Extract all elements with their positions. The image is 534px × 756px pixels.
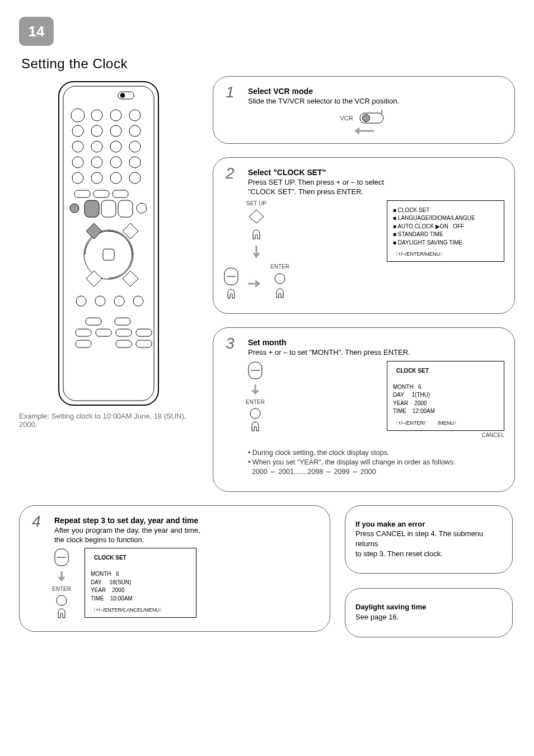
plusminus-button-icon — [247, 361, 263, 381]
step-heading: Select "CLOCK SET" — [248, 168, 504, 177]
osd-screen: CLOCK SET MONTH 6 DAY 18(SUN) YEAR 2000 … — [85, 548, 196, 618]
enter-button-icon — [273, 272, 287, 304]
plusminus-button-icon — [223, 267, 239, 300]
svg-point-6 — [110, 110, 121, 121]
enter-label: ENTER — [270, 264, 289, 270]
svg-rect-24 — [74, 190, 90, 198]
svg-point-8 — [72, 125, 83, 137]
setup-label: SET UP — [246, 200, 266, 206]
step-1: 1 Select VCR mode Slide the TV/VCR selec… — [213, 76, 515, 144]
svg-rect-42 — [116, 329, 132, 336]
note-daylight: Daylight saving time See page 16. — [345, 588, 513, 637]
svg-point-4 — [71, 109, 85, 122]
setup-button-icon — [247, 209, 266, 241]
svg-rect-44 — [76, 340, 91, 348]
cancel-label: CANCEL — [387, 432, 504, 438]
plusminus-button-icon — [54, 548, 69, 568]
svg-point-11 — [129, 125, 140, 137]
svg-rect-40 — [76, 329, 91, 336]
svg-point-13 — [91, 141, 102, 152]
note-text: See page 16. — [355, 613, 399, 621]
svg-point-19 — [129, 157, 140, 168]
svg-rect-33 — [103, 249, 114, 260]
svg-rect-29 — [101, 200, 116, 217]
svg-rect-38 — [86, 318, 101, 325]
step-text: Press SET UP. Then press + or – to selec… — [248, 178, 502, 197]
svg-point-18 — [110, 157, 121, 168]
note-heading: If you make an error — [355, 520, 425, 528]
svg-rect-45 — [116, 340, 132, 348]
note-text: Press CANCEL in step 4. The submenu retu… — [355, 529, 483, 557]
step-3: 3 Set month Press + or – to set "MONTH".… — [213, 327, 515, 492]
svg-point-5 — [91, 110, 102, 121]
svg-point-36 — [114, 296, 124, 306]
arrow-down-icon — [251, 383, 259, 397]
svg-point-55 — [250, 408, 260, 419]
svg-point-9 — [91, 125, 102, 137]
svg-rect-28 — [85, 200, 99, 217]
svg-rect-39 — [115, 318, 130, 325]
step-4: 4 Repeat step 3 to set day, year and tim… — [19, 505, 330, 632]
arrow-down-icon — [252, 245, 260, 260]
switch-label: VCR — [340, 115, 353, 121]
svg-point-22 — [110, 172, 121, 184]
enter-label: ENTER — [246, 399, 265, 405]
svg-point-7 — [129, 110, 140, 121]
svg-point-12 — [72, 141, 83, 152]
svg-point-52 — [275, 274, 285, 284]
svg-point-35 — [95, 296, 105, 306]
step-2: 2 Select "CLOCK SET" Press SET UP. Then … — [213, 157, 515, 314]
svg-point-20 — [72, 172, 83, 184]
example-caption: Example: Setting clock to 10:00AM June, … — [19, 412, 198, 429]
svg-rect-46 — [136, 340, 152, 348]
svg-point-3 — [120, 93, 125, 98]
enter-label: ENTER — [52, 586, 71, 592]
page-title: Setting the Clock — [21, 56, 515, 72]
step-heading: Select VCR mode — [248, 87, 504, 96]
step-text: After you program the day, the year and … — [54, 526, 317, 545]
svg-point-37 — [133, 296, 143, 306]
svg-point-14 — [110, 141, 121, 152]
note-error: If you make an error Press CANCEL in ste… — [345, 505, 513, 574]
step-number: 4 — [32, 513, 41, 530]
step-number: 2 — [226, 165, 235, 182]
svg-rect-25 — [93, 190, 109, 198]
svg-point-58 — [57, 595, 67, 605]
svg-rect-43 — [136, 329, 152, 336]
svg-point-27 — [70, 204, 79, 213]
remote-illustration — [55, 78, 162, 408]
step-number: 1 — [226, 83, 235, 101]
arrow-down-icon — [58, 570, 65, 584]
step-heading: Repeat step 3 to set day, year and time — [54, 516, 320, 525]
svg-point-17 — [91, 157, 102, 168]
svg-rect-41 — [96, 329, 111, 336]
svg-rect-26 — [113, 190, 128, 198]
page-tab: 14 — [19, 17, 54, 46]
step-text: Press + or – to set "MONTH". Then press … — [248, 348, 502, 358]
svg-point-49 — [362, 114, 369, 121]
note-heading: Daylight saving time — [355, 603, 426, 611]
svg-point-23 — [129, 172, 140, 184]
osd-screen: ■ CLOCK SET ■ LANGUAGE/IDIOMA/LANGUE ■ A… — [387, 200, 504, 262]
svg-point-31 — [137, 203, 147, 213]
arrow-icon — [347, 128, 381, 134]
arrow-right-icon — [247, 280, 263, 288]
step-heading: Set month — [248, 338, 504, 347]
svg-point-10 — [110, 125, 121, 137]
svg-rect-30 — [118, 200, 133, 217]
slide-switch-icon — [357, 110, 388, 126]
step-number: 3 — [226, 335, 235, 353]
svg-point-34 — [76, 296, 86, 306]
svg-point-16 — [72, 157, 83, 168]
svg-point-15 — [129, 141, 140, 152]
enter-button-icon — [248, 407, 263, 435]
svg-point-21 — [91, 172, 102, 184]
step3-notes: • During clock setting, the clock displa… — [248, 443, 502, 482]
osd-screen: CLOCK SET MONTH 6 DAY 1(THU) YEAR 2000 T… — [387, 361, 504, 431]
step-text: Slide the TV/VCR selector to the VCR pos… — [248, 97, 502, 106]
enter-button-icon — [54, 594, 69, 622]
